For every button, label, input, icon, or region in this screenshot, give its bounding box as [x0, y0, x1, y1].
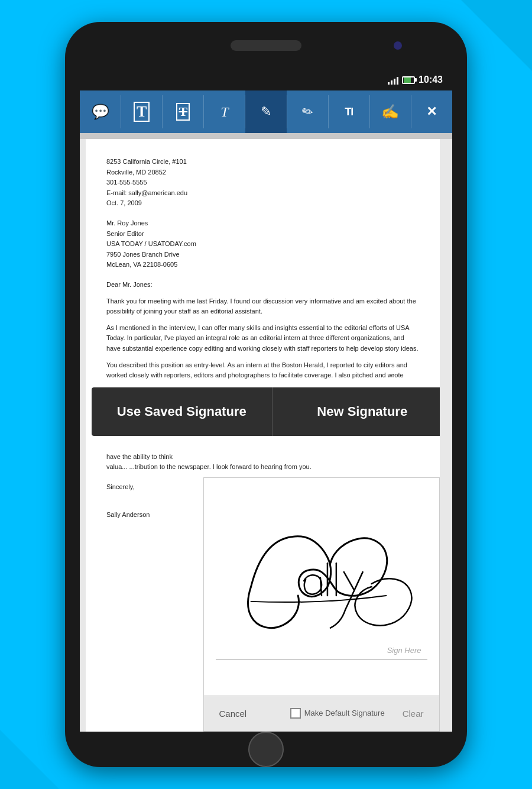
doc-greeting: Dear Mr. Jones: — [106, 280, 419, 290]
battery-icon — [402, 76, 415, 84]
scrollbar-area — [80, 133, 452, 139]
signature-pad: Sign Here Cancel Make Default Signature … — [203, 477, 440, 732]
recipient-line1: Mr. Roy Jones — [106, 218, 419, 229]
recipient-line4: 7950 Jones Branch Drive — [106, 250, 419, 260]
recipient-line5: McLean, VA 22108-0605 — [106, 260, 419, 270]
signature-canvas[interactable]: Sign Here — [204, 478, 439, 696]
toolbar-comment-button[interactable]: 💬 — [80, 90, 121, 133]
close-icon: ✕ — [426, 104, 437, 119]
toolbar-type-button[interactable]: TI — [329, 90, 369, 133]
make-default-checkbox[interactable] — [290, 708, 301, 719]
signature-edit-icon: ✎ — [261, 104, 271, 119]
comment-icon: 💬 — [92, 104, 109, 120]
doc-recipient: Mr. Roy Jones Senior Editor USA TODAY / … — [106, 218, 419, 270]
phone-top-bar — [65, 22, 467, 69]
sign-here-text: Sign Here — [387, 645, 421, 657]
toolbar-pan-button[interactable]: ✍ — [370, 90, 411, 133]
toolbar: 💬 T T T ✎ ✎ TI — [80, 90, 452, 133]
status-icons: 10:43 — [388, 75, 443, 85]
recipient-line3: USA TODAY / USATODAY.com — [106, 239, 419, 250]
cancel-button[interactable]: Cancel — [213, 704, 253, 723]
cursor-icon: T — [220, 104, 228, 120]
bar3 — [394, 79, 395, 85]
home-button[interactable] — [248, 732, 284, 767]
pen-icon: ✎ — [299, 102, 316, 121]
address-line3: 301-555-5555 — [106, 177, 419, 188]
type-icon: TI — [345, 106, 353, 118]
doc-para2: As I mentioned in the interview, I can o… — [106, 323, 419, 354]
toolbar-strikethrough-button[interactable]: T — [163, 90, 203, 133]
new-signature-button[interactable]: New Signature — [273, 387, 440, 436]
doc-para1: Thank you for meeting with me last Frida… — [106, 296, 419, 317]
toolbar-signature-button[interactable]: ✎ — [245, 90, 286, 133]
address-line1: 8253 California Circle, #101 — [106, 157, 419, 167]
hand-icon: ✍ — [381, 104, 399, 120]
clear-button[interactable]: Clear — [397, 704, 430, 723]
signature-drawing — [204, 478, 439, 696]
doc-para5: valua... ...tribution to the newspaper. … — [106, 462, 419, 473]
phone-bottom-bar — [248, 732, 284, 767]
make-default-area: Make Default Signature — [290, 707, 385, 720]
doc-para4: have the ability to think — [106, 452, 419, 463]
use-saved-signature-button[interactable]: Use Saved Signature — [92, 387, 273, 436]
bar1 — [388, 82, 390, 85]
document-paper: 8253 California Circle, #101 Rockville, … — [86, 139, 440, 732]
status-bar: 10:43 — [80, 69, 452, 90]
bar2 — [391, 80, 392, 85]
toolbar-pen-button[interactable]: ✎ — [287, 90, 328, 133]
doc-para3: You described this position as entry-lev… — [106, 360, 419, 381]
phone-camera — [394, 41, 402, 50]
address-line2: Rockville, MD 20852 — [106, 167, 419, 178]
address-line4: E-mail: sally@american.edu — [106, 188, 419, 199]
phone-device: 10:43 💬 T T T ✎ — [65, 22, 467, 767]
signature-bottom-bar: Cancel Make Default Signature Clear — [204, 696, 439, 731]
document-area: 8253 California Circle, #101 Rockville, … — [80, 139, 452, 732]
status-time: 10:43 — [419, 75, 443, 85]
phone-speaker — [231, 40, 301, 51]
signal-bars-icon — [388, 75, 398, 85]
battery-fill — [404, 77, 411, 83]
bar4 — [397, 77, 398, 85]
strikethrough-icon: T — [176, 103, 190, 121]
phone-screen: 10:43 💬 T T T ✎ — [80, 69, 452, 732]
toolbar-cursor-button[interactable]: T — [204, 90, 245, 133]
recipient-line2: Senior Editor — [106, 229, 419, 240]
toolbar-text-bold-button[interactable]: T — [121, 90, 162, 133]
address-line5: Oct. 7, 2009 — [106, 198, 419, 209]
doc-address: 8253 California Circle, #101 Rockville, … — [106, 157, 419, 209]
make-default-label: Make Default Signature — [304, 707, 385, 720]
toolbar-close-button[interactable]: ✕ — [411, 90, 452, 133]
signature-popup-menu: Use Saved Signature New Signature — [92, 387, 440, 436]
signature-line — [216, 659, 427, 660]
text-bold-icon: T — [134, 102, 150, 122]
